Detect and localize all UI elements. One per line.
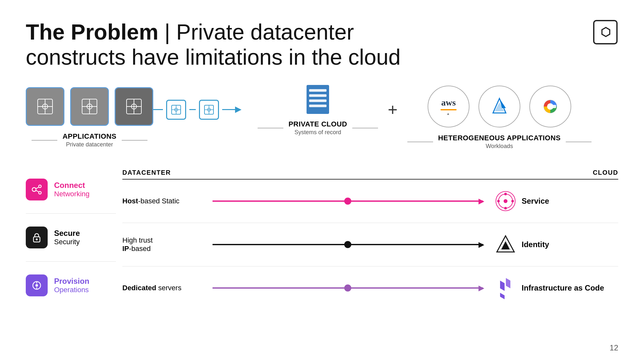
azure-logo — [478, 86, 520, 127]
row-label-secure: High trustIP-based — [122, 236, 206, 253]
pc-line-left — [258, 128, 283, 128]
hetero-line-right — [566, 142, 592, 142]
pc-line-right — [352, 128, 378, 128]
consul-icon — [489, 190, 522, 212]
chart-row-connect: Host-based Static ► — [122, 180, 618, 223]
chart-section: DATACENTER CLOUD Host-based Static ► — [116, 169, 618, 310]
secure-label: Secure Security — [54, 229, 80, 246]
provision-label: Provision Operations — [54, 277, 89, 294]
bottom-section: Connect Networking Secure Security — [26, 169, 618, 310]
page-number: 12 — [610, 343, 618, 352]
svg-line-36 — [36, 190, 39, 192]
page-title: The Problem | Private datacenter constru… — [26, 19, 444, 70]
row-label-provision: Dedicated servers — [122, 284, 206, 292]
applications-group: APPLICATIONS Private datacenter — [26, 87, 153, 148]
connect-networking-item: Connect Networking — [26, 169, 116, 214]
aws-logo: aws ▲ — [428, 86, 469, 127]
plus-sign: + — [388, 100, 397, 119]
svg-rect-26 — [309, 105, 327, 107]
google-logo — [529, 86, 571, 127]
hetero-label-group: HETEROGENEOUS APPLICATIONS Workloads — [407, 134, 592, 150]
bar-provision: ► — [213, 287, 483, 289]
hetero-label: HETEROGENEOUS APPLICATIONS Workloads — [438, 134, 561, 150]
small-cube-2 — [199, 100, 219, 120]
svg-point-47 — [511, 200, 514, 202]
apps-label: APPLICATIONS Private datacenter — [62, 132, 116, 148]
terraform-icon — [489, 277, 522, 299]
svg-rect-25 — [309, 99, 327, 102]
svg-marker-53 — [500, 281, 505, 291]
row-label-connect: Host-based Static — [122, 197, 206, 205]
chart-row-secure: High trustIP-based ► Identity — [122, 223, 618, 266]
svg-rect-24 — [309, 94, 327, 97]
svg-marker-55 — [500, 293, 505, 299]
provision-icon-square — [26, 274, 48, 296]
hashicorp-logo: ⬡ — [592, 19, 618, 45]
top-diagram: APPLICATIONS Private datacenter — [26, 86, 618, 150]
svg-point-48 — [504, 207, 507, 209]
app-boxes — [26, 87, 153, 126]
connect-icon-square — [26, 179, 48, 200]
private-cloud-group: PRIVATE CLOUD Systems of record — [258, 83, 378, 136]
arrow-head — [235, 107, 242, 113]
svg-point-40 — [35, 284, 38, 287]
private-cloud-label-group: PRIVATE CLOUD Systems of record — [258, 120, 378, 136]
service-label: Service — [522, 197, 618, 206]
svg-line-35 — [36, 187, 39, 189]
svg-rect-31 — [550, 105, 556, 108]
svg-point-33 — [39, 185, 41, 188]
bar-connect: ► — [213, 200, 483, 202]
apps-label-group: APPLICATIONS Private datacenter — [32, 132, 147, 148]
svg-rect-23 — [309, 89, 327, 92]
svg-point-45 — [504, 199, 507, 203]
svg-point-49 — [497, 200, 500, 202]
svg-point-38 — [36, 238, 38, 240]
svg-point-46 — [504, 193, 507, 195]
connector-left — [153, 100, 258, 120]
apps-line-left — [32, 140, 57, 141]
provision-operations-item: Provision Operations — [26, 262, 116, 309]
chart-header: DATACENTER CLOUD — [122, 169, 618, 176]
slide: ⬡ The Problem | Private datacenter const… — [0, 0, 644, 362]
bar-secure: ► — [213, 244, 483, 246]
svg-point-34 — [39, 191, 41, 194]
private-cloud-label: PRIVATE CLOUD Systems of record — [289, 120, 347, 136]
app-box-3 — [115, 87, 153, 126]
vault-icon — [489, 233, 522, 256]
cloud-logos: aws ▲ — [428, 86, 571, 127]
app-box-2 — [70, 87, 109, 126]
cloud-label: CLOUD — [593, 169, 618, 176]
svg-text:⬡: ⬡ — [601, 25, 611, 39]
secure-icon-square — [26, 227, 48, 248]
hetero-line-left — [407, 142, 433, 142]
identity-label: Identity — [522, 240, 618, 249]
secure-security-item: Secure Security — [26, 214, 116, 262]
left-icons: Connect Networking Secure Security — [26, 169, 116, 310]
datacenter-label: DATACENTER — [122, 169, 171, 176]
app-box-1 — [26, 87, 64, 126]
svg-point-32 — [32, 188, 36, 191]
chart-row-provision: Dedicated servers ► Infrastructu — [122, 266, 618, 310]
apps-line-right — [122, 140, 147, 141]
svg-marker-54 — [506, 278, 510, 288]
cloud-providers-group: aws ▲ — [407, 86, 592, 150]
connect-label: Connect Networking — [54, 181, 90, 198]
small-cube-1 — [166, 100, 186, 120]
infrastructure-label: Infrastructure as Code — [522, 283, 618, 292]
